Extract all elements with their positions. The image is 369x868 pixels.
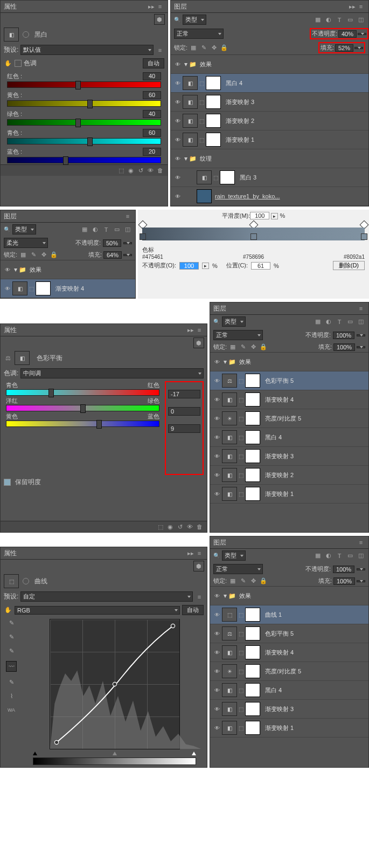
layer-row[interactable]: 👁☀⬚亮度/对比度 5 bbox=[210, 409, 368, 428]
layer-name[interactable]: 效果 bbox=[239, 358, 251, 366]
smooth-icon[interactable]: ⌇ bbox=[8, 692, 15, 700]
opacity-field[interactable]: 40% bbox=[338, 30, 357, 38]
layer-name[interactable]: 曲线 1 bbox=[265, 611, 282, 619]
visibility-toggle[interactable]: 👁 bbox=[212, 669, 222, 674]
link-icon[interactable]: ⬚ bbox=[239, 687, 243, 693]
visibility-toggle[interactable]: 👁 bbox=[212, 491, 222, 497]
hand-icon[interactable]: ✋ bbox=[4, 60, 12, 67]
delete-button[interactable]: 删除(D) bbox=[333, 261, 365, 270]
curve-tool-icon[interactable]: 〰 bbox=[6, 661, 17, 672]
pixel-filter-icon[interactable]: ▦ bbox=[314, 16, 322, 24]
expand-icon[interactable]: ▾ bbox=[183, 60, 189, 68]
eye-icon[interactable]: 👁 bbox=[147, 167, 154, 174]
search-icon[interactable]: 🔍 bbox=[174, 17, 180, 23]
layer-row[interactable]: 👁▾📁效果 bbox=[171, 55, 368, 74]
layer-name[interactable]: 黑白 4 bbox=[265, 686, 282, 694]
preserve-checkbox[interactable] bbox=[4, 479, 11, 486]
trash-icon[interactable]: 🗑 bbox=[196, 523, 203, 531]
visibility-toggle[interactable]: 👁 bbox=[212, 706, 222, 712]
layer-row[interactable]: 👁◧⬚渐变映射 2 bbox=[210, 466, 368, 485]
lock-paint-icon[interactable]: ✎ bbox=[239, 577, 247, 585]
collapse-icon[interactable]: ▸▸ bbox=[148, 3, 155, 10]
visibility-toggle[interactable]: 👁 bbox=[173, 61, 183, 67]
layer-name[interactable]: 渐变映射 2 bbox=[265, 471, 294, 479]
layer-row[interactable]: 👁◧⬚黑白 3 bbox=[171, 168, 368, 187]
mask-thumb[interactable] bbox=[245, 392, 260, 407]
visibility-toggle[interactable]: 👁 bbox=[212, 725, 222, 731]
menu-icon[interactable]: ≡ bbox=[156, 3, 164, 10]
layer-thumb[interactable] bbox=[197, 189, 212, 203]
type-filter-icon[interactable]: T bbox=[336, 552, 343, 560]
layer-name[interactable]: 渐变映射 3 bbox=[226, 98, 254, 106]
layer-name[interactable]: 效果 bbox=[200, 60, 212, 68]
layer-name[interactable]: 渐变映射 3 bbox=[265, 452, 294, 460]
lock-pos-icon[interactable]: ✥ bbox=[40, 251, 47, 259]
smooth-stepper[interactable]: ▸ bbox=[271, 213, 278, 219]
link-icon[interactable]: ⬚ bbox=[239, 725, 243, 731]
fill-field[interactable]: 100% bbox=[333, 577, 355, 585]
trash-icon[interactable]: 🗑 bbox=[156, 167, 164, 174]
link-icon[interactable]: ⬚ bbox=[199, 137, 204, 143]
menu-icon[interactable]: ≡ bbox=[196, 593, 203, 601]
grad-opacity-field[interactable]: 100 bbox=[179, 262, 199, 270]
preset-dropdown[interactable]: 默认值 bbox=[20, 45, 154, 55]
link-icon[interactable]: ⬚ bbox=[239, 397, 243, 403]
slider-value[interactable]: 40 bbox=[143, 110, 161, 118]
layer-row[interactable]: 👁▾📁效果 bbox=[210, 587, 368, 605]
auto-button[interactable]: 自动 bbox=[143, 58, 164, 68]
slider-track[interactable] bbox=[7, 81, 161, 88]
slider-knob[interactable] bbox=[80, 404, 86, 413]
layer-name[interactable]: 黑白 3 bbox=[240, 174, 256, 182]
wa-icon[interactable]: WA bbox=[8, 706, 15, 714]
lock-trans-icon[interactable]: ▦ bbox=[229, 343, 236, 351]
pixel-filter-icon[interactable]: ▦ bbox=[314, 318, 322, 326]
shape-filter-icon[interactable]: ▭ bbox=[346, 552, 354, 560]
visibility-toggle[interactable]: 👁 bbox=[173, 194, 183, 199]
filter-dropdown[interactable]: 类型 bbox=[183, 15, 206, 25]
opacity-field[interactable]: 100% bbox=[333, 332, 354, 339]
layer-row[interactable]: 👁▾📁效果 bbox=[1, 260, 135, 279]
adj-filter-icon[interactable]: ◐ bbox=[92, 226, 99, 233]
target-icon[interactable]: ✋ bbox=[4, 607, 12, 614]
shape-filter-icon[interactable]: ▭ bbox=[346, 16, 354, 24]
lock-all-icon[interactable]: 🔒 bbox=[220, 44, 228, 52]
color-stop[interactable] bbox=[361, 233, 367, 240]
menu-icon[interactable]: ≡ bbox=[156, 46, 164, 54]
opacity-field[interactable]: 50% bbox=[103, 239, 121, 247]
visibility-toggle[interactable]: 👁 bbox=[212, 472, 222, 478]
tone-dropdown[interactable]: 中间调 bbox=[20, 368, 204, 378]
cube-icon[interactable]: ⬢ bbox=[193, 561, 204, 571]
link-icon[interactable]: ⬚ bbox=[239, 416, 243, 422]
slider-knob[interactable] bbox=[87, 100, 93, 108]
layer-name[interactable]: 纹理 bbox=[200, 155, 212, 163]
opacity-dropdown[interactable] bbox=[357, 568, 365, 570]
link-icon[interactable]: ⬚ bbox=[239, 706, 243, 712]
layer-row[interactable]: 👁◧⬚渐变映射 3 bbox=[210, 700, 368, 719]
blend-dropdown[interactable]: 柔光 bbox=[4, 238, 48, 248]
link-icon[interactable]: ⬚ bbox=[213, 175, 218, 181]
filter-dropdown[interactable]: 类型 bbox=[12, 224, 36, 235]
fill-field[interactable]: 64% bbox=[103, 251, 122, 259]
link-icon[interactable]: ⬚ bbox=[239, 435, 243, 440]
visibility-toggle[interactable]: 👁 bbox=[212, 612, 222, 618]
layer-name[interactable]: 渐变映射 4 bbox=[265, 396, 294, 404]
link-icon[interactable]: ⬚ bbox=[239, 669, 243, 674]
layer-name[interactable]: 效果 bbox=[239, 592, 251, 600]
mask-thumb[interactable] bbox=[245, 664, 260, 678]
cube-icon[interactable]: ⬢ bbox=[193, 337, 204, 348]
mask-thumb[interactable] bbox=[206, 133, 221, 147]
visibility-toggle[interactable]: 👁 bbox=[212, 435, 222, 440]
mask-thumb[interactable] bbox=[245, 608, 260, 622]
layer-row[interactable]: 👁◧⬚渐变映射 4 bbox=[210, 643, 368, 662]
view-icon[interactable]: ◉ bbox=[166, 523, 174, 531]
layer-name[interactable]: 黑白 4 bbox=[265, 433, 282, 442]
slider-track[interactable] bbox=[7, 138, 161, 144]
filter-dropdown[interactable]: 类型 bbox=[222, 316, 246, 327]
link-icon[interactable]: ⬚ bbox=[239, 650, 243, 656]
layer-name[interactable]: 渐变映射 1 bbox=[265, 724, 294, 732]
mask-thumb[interactable] bbox=[220, 170, 235, 184]
slider-knob[interactable] bbox=[63, 156, 68, 165]
link-icon[interactable]: ⬚ bbox=[239, 378, 243, 384]
visibility-toggle[interactable]: 👁 bbox=[212, 650, 222, 656]
smart-filter-icon[interactable]: ◫ bbox=[357, 552, 365, 560]
